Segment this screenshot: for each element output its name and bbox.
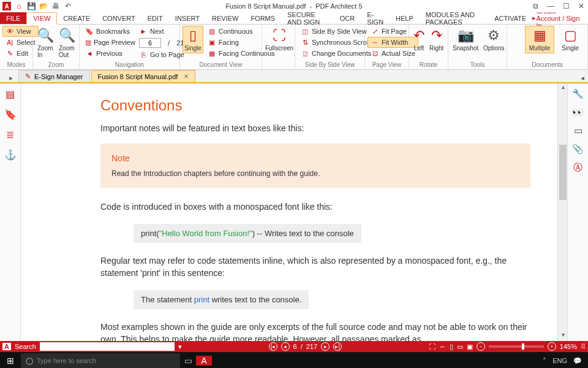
tab-review[interactable]: REVIEW xyxy=(206,12,244,24)
search-dropdown-icon[interactable]: ▾ xyxy=(178,343,182,351)
scroll-up-icon[interactable]: ▴ xyxy=(558,83,568,93)
rotate-right[interactable]: ↷Right xyxy=(428,26,445,53)
nav-page-preview[interactable]: ▥Page Preview xyxy=(82,37,135,48)
group-label-modes: Modes xyxy=(2,60,30,69)
restore-down-icon[interactable]: ⧉ xyxy=(533,2,538,10)
docview-single[interactable]: ▯Single xyxy=(183,26,203,53)
task-view-icon[interactable]: ▭ xyxy=(180,356,196,366)
para-1: Important notes will be featured in text… xyxy=(100,123,530,135)
rotate-left[interactable]: ↶Left xyxy=(412,26,426,53)
tab-file[interactable]: FILE xyxy=(0,12,26,24)
para-4: Most examples shown in the guide are onl… xyxy=(100,321,530,341)
view-single-icon[interactable]: ▯ xyxy=(450,343,453,351)
tab-esign[interactable]: E-SIGN xyxy=(361,12,390,24)
close-icon[interactable]: ✕ xyxy=(578,2,584,10)
note-box: Note Read the Introduction chapters befo… xyxy=(100,144,530,188)
bookmarks-icon[interactable]: 🔖 xyxy=(4,109,17,120)
status-more-icon[interactable]: ⠿ xyxy=(581,343,586,351)
zoom-in-icon[interactable]: + xyxy=(548,342,556,351)
main-area: ▤ 🔖 ≣ ⚓ Conventions Important notes will… xyxy=(0,83,588,341)
first-page-icon[interactable]: |◂ xyxy=(269,342,277,351)
tab-edit[interactable]: EDIT xyxy=(141,12,169,24)
thumbnails-icon[interactable]: ▤ xyxy=(6,88,15,100)
notifications-icon[interactable]: 💬 xyxy=(573,357,582,365)
tab-help[interactable]: HELP xyxy=(390,12,420,24)
prev-page-icon[interactable]: ◂ xyxy=(281,342,290,351)
app-logo-icon: A xyxy=(2,2,11,10)
start-button[interactable]: ⊞ xyxy=(0,356,21,366)
tab-create[interactable]: CREATE xyxy=(57,12,96,24)
nav-previous[interactable]: ◄Previous xyxy=(82,48,135,59)
status-search-input[interactable] xyxy=(40,342,175,351)
next-page-icon[interactable]: ▸ xyxy=(321,342,330,351)
documents-multiple[interactable]: ▦Multiple xyxy=(525,26,554,53)
last-page-icon[interactable]: ▸| xyxy=(333,342,342,351)
vertical-scrollbar[interactable]: ▴ ▾ xyxy=(557,83,567,341)
tray-chevron-icon[interactable]: ˄ xyxy=(543,357,546,365)
group-label-docview: Document View xyxy=(183,60,259,69)
stamp-icon[interactable]: ▭ xyxy=(574,125,582,136)
tab-convert[interactable]: CONVERT xyxy=(96,12,141,24)
right-panel-expand-icon[interactable]: ◂ xyxy=(581,74,584,82)
tray-lang[interactable]: ENG xyxy=(552,357,567,364)
fit-page-icon[interactable]: ⛶ xyxy=(429,343,435,350)
zoom-slider[interactable] xyxy=(489,345,544,348)
para-3: Regular text may refer to code statement… xyxy=(100,255,530,279)
group-label-zoom: Zoom xyxy=(36,60,77,69)
save-icon[interactable]: 💾 xyxy=(27,2,36,10)
page-number-input[interactable] xyxy=(139,38,161,48)
group-label-sbs: Side By Side View xyxy=(298,60,362,69)
maximize-icon[interactable]: ☐ xyxy=(563,2,570,10)
document-page: Conventions Important notes will be feat… xyxy=(21,83,557,341)
window-title: Fusion 8 Script Manual.pdf - PDF Archite… xyxy=(0,2,588,10)
undo-icon[interactable]: ↶ xyxy=(64,2,72,10)
group-label-tools: Tools xyxy=(451,60,504,69)
taskbar-app-icon[interactable]: A xyxy=(196,356,212,366)
para-2: Code is introduced in boxes with a monos… xyxy=(100,201,530,213)
taskbar: ⊞ ◯ Type here to search ▭ A ˄ ENG 💬 xyxy=(0,352,588,368)
home-icon[interactable]: ⌂ xyxy=(15,2,23,10)
status-search-label: Search xyxy=(15,343,36,350)
create-account-link[interactable]: ▸ Create Account / Sign In xyxy=(532,12,588,24)
status-page-current: 6 xyxy=(293,343,297,350)
tab-ocr[interactable]: OCR xyxy=(334,12,361,24)
zoom-out[interactable]: 🔍Zoom Out xyxy=(57,26,77,60)
zoom-out-icon[interactable]: − xyxy=(477,342,485,351)
view-continuous-icon[interactable]: ▭ xyxy=(457,343,463,351)
taskbar-search[interactable]: ◯ Type here to search xyxy=(21,353,180,368)
signature-icon[interactable]: Ⓐ xyxy=(573,162,582,174)
scroll-down-icon[interactable]: ▾ xyxy=(558,331,568,341)
scroll-thumb[interactable] xyxy=(559,145,567,200)
doctab-document[interactable]: Fusion 8 Script Manual.pdf✕ xyxy=(91,70,196,82)
document-tabs: ▸ ✎E-Sign Manager Fusion 8 Script Manual… xyxy=(0,70,588,83)
group-label-nav: Navigation xyxy=(82,60,177,69)
view-facing-icon[interactable]: ▣ xyxy=(467,343,473,351)
print-icon[interactable]: 🖶 xyxy=(51,2,60,10)
tools-snapshot[interactable]: 📷Snapshot xyxy=(451,26,480,53)
anchor-icon[interactable]: ⚓ xyxy=(4,149,17,161)
tab-secure[interactable]: SECURE AND SIGN xyxy=(281,12,334,24)
tab-activate[interactable]: ACTIVATE xyxy=(488,12,532,24)
tools-options[interactable]: ⚙Options xyxy=(481,26,506,53)
close-tab-icon[interactable]: ✕ xyxy=(184,73,189,80)
zoom-in[interactable]: 🔍Zoom In xyxy=(36,26,56,60)
menubar: FILE VIEW CREATE CONVERT EDIT INSERT REV… xyxy=(0,12,588,25)
left-rail: ▤ 🔖 ≣ ⚓ xyxy=(0,83,21,341)
open-icon[interactable]: 📂 xyxy=(39,2,48,10)
zoom-percent: 145% xyxy=(560,343,577,350)
doctab-esign[interactable]: ✎E-Sign Manager xyxy=(18,70,90,82)
fullscreen[interactable]: ⛶Fullscreen xyxy=(265,26,294,53)
tab-view[interactable]: VIEW xyxy=(26,12,57,25)
binoculars-icon[interactable]: 👀 xyxy=(572,107,584,118)
search-tool-icon[interactable]: 🔧 xyxy=(572,88,584,99)
minimize-icon[interactable]: — xyxy=(547,2,554,10)
attachment-icon[interactable]: 📎 xyxy=(572,144,584,155)
fit-width-icon[interactable]: ↔ xyxy=(439,343,446,350)
tab-forms[interactable]: FORMS xyxy=(244,12,281,24)
nav-bookmarks[interactable]: 🔖Bookmarks xyxy=(82,26,135,37)
documents-single[interactable]: ▢Single xyxy=(556,26,585,53)
tab-insert[interactable]: INSERT xyxy=(169,12,206,24)
layers-icon[interactable]: ≣ xyxy=(6,129,14,140)
tab-modules[interactable]: MODULES AND PACKAGES xyxy=(420,12,488,24)
left-panel-expand-icon[interactable]: ▸ xyxy=(4,74,18,82)
